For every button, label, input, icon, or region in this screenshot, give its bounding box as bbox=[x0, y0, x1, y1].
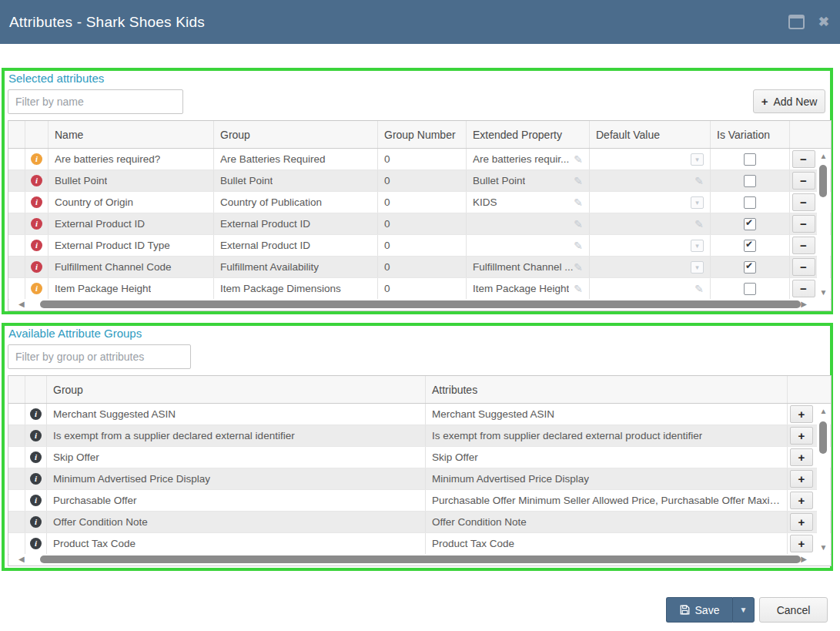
available-group-row[interactable]: iMinimum Advertised Price DisplayMinimum… bbox=[8, 468, 831, 490]
edit-icon[interactable]: ✎ bbox=[574, 175, 583, 187]
scroll-right-arrow[interactable]: ▶ bbox=[801, 555, 807, 564]
plus-icon: + bbox=[761, 95, 768, 108]
is-variation-checkbox[interactable] bbox=[744, 283, 756, 295]
scrollbar-thumb[interactable] bbox=[40, 300, 801, 308]
horizontal-scrollbar[interactable]: ◀ ▶ bbox=[9, 299, 818, 310]
remove-attribute-button[interactable]: − bbox=[792, 172, 815, 190]
remove-attribute-button[interactable]: − bbox=[792, 237, 815, 254]
add-group-button[interactable]: + bbox=[790, 513, 813, 531]
add-group-button[interactable]: + bbox=[790, 535, 813, 552]
info-icon: i bbox=[30, 473, 42, 485]
add-group-button[interactable]: + bbox=[790, 492, 813, 509]
available-group-row[interactable]: iMerchant Suggested ASINMerchant Suggest… bbox=[8, 404, 831, 425]
remove-attribute-button[interactable]: − bbox=[792, 280, 815, 297]
col-header-name: Name bbox=[49, 121, 214, 148]
default-value-cell: ✎ bbox=[590, 170, 711, 191]
remove-attribute-button[interactable]: − bbox=[792, 193, 815, 211]
is-variation-checkbox[interactable] bbox=[744, 218, 756, 230]
group-name: Skip Offer bbox=[53, 451, 99, 463]
add-new-button[interactable]: + Add New bbox=[753, 89, 825, 113]
selected-attribute-row[interactable]: iItem Package HeightItem Package Dimensi… bbox=[8, 278, 831, 300]
save-split-button: Save ▼ bbox=[666, 597, 755, 623]
selected-attribute-row[interactable]: iExternal Product IDExternal Product ID0… bbox=[8, 213, 831, 235]
extended-property: KIDS bbox=[473, 196, 497, 208]
available-group-row[interactable]: iSkip OfferSkip Offer+ bbox=[8, 447, 831, 468]
scroll-right-arrow[interactable]: ▶ bbox=[801, 300, 807, 309]
scrollbar-thumb[interactable] bbox=[819, 421, 827, 454]
remove-attribute-button[interactable]: − bbox=[792, 150, 815, 168]
remove-attribute-button[interactable]: − bbox=[792, 215, 815, 233]
selected-attribute-row[interactable]: iCountry of OriginCountry of Publication… bbox=[8, 192, 831, 213]
available-table-header: Group Attributes bbox=[8, 376, 831, 404]
scroll-left-arrow[interactable]: ◀ bbox=[18, 555, 25, 564]
is-variation-checkbox[interactable] bbox=[744, 196, 756, 209]
close-icon[interactable]: ✖ bbox=[818, 15, 829, 29]
filter-by-group-input[interactable] bbox=[8, 344, 191, 369]
maximize-icon[interactable] bbox=[788, 15, 805, 29]
edit-icon[interactable]: ✎ bbox=[574, 218, 583, 230]
group-attributes: Offer Condition Note bbox=[432, 516, 527, 528]
info-icon: i bbox=[31, 153, 42, 165]
info-icon: i bbox=[31, 261, 42, 273]
group-name: Offer Condition Note bbox=[53, 516, 148, 528]
scroll-down-arrow[interactable]: ▼ bbox=[817, 544, 830, 552]
add-group-button[interactable]: + bbox=[790, 470, 813, 488]
available-group-row[interactable]: iPurchasable OfferPurchasable Offer Mini… bbox=[8, 490, 831, 512]
cancel-button[interactable]: Cancel bbox=[759, 597, 828, 623]
dropdown-icon[interactable]: ▾ bbox=[691, 261, 704, 274]
available-group-row[interactable]: iOffer Condition NoteOffer Condition Not… bbox=[8, 512, 831, 533]
scrollbar-thumb[interactable] bbox=[819, 165, 827, 197]
save-button[interactable]: Save bbox=[666, 597, 732, 623]
edit-icon[interactable]: ✎ bbox=[574, 196, 583, 209]
selected-attribute-row[interactable]: iBullet PointBullet Point0Bullet Point✎✎… bbox=[8, 170, 831, 192]
edit-icon[interactable]: ✎ bbox=[574, 261, 583, 274]
info-icon: i bbox=[31, 196, 42, 208]
selected-attribute-row[interactable]: iFulfillment Channel CodeFulfillment Ava… bbox=[8, 257, 831, 278]
scroll-up-arrow[interactable]: ▲ bbox=[817, 153, 830, 160]
add-group-button[interactable]: + bbox=[790, 405, 813, 423]
edit-icon[interactable]: ✎ bbox=[574, 283, 583, 295]
edit-icon[interactable]: ✎ bbox=[574, 240, 583, 252]
vertical-scrollbar[interactable]: ▲ ▼ bbox=[817, 404, 830, 555]
attribute-name: Item Package Height bbox=[55, 283, 151, 294]
is-variation-checkbox[interactable] bbox=[744, 175, 756, 187]
scrollbar-thumb[interactable] bbox=[40, 555, 801, 563]
selected-attribute-row[interactable]: iExternal Product ID TypeExternal Produc… bbox=[8, 235, 831, 257]
horizontal-scrollbar[interactable]: ◀ ▶ bbox=[9, 554, 818, 565]
edit-icon[interactable]: ✎ bbox=[694, 175, 704, 187]
group-name: Is exempt from a supplier declared exter… bbox=[53, 430, 295, 441]
dropdown-icon[interactable]: ▾ bbox=[691, 196, 704, 209]
scroll-left-arrow[interactable]: ◀ bbox=[18, 300, 25, 309]
selected-attributes-label: Selected attributes bbox=[8, 72, 104, 85]
edit-icon[interactable]: ✎ bbox=[694, 283, 704, 295]
dropdown-icon[interactable]: ▾ bbox=[691, 240, 704, 252]
default-value-cell: ▾ bbox=[590, 192, 711, 213]
attribute-group: External Product ID bbox=[220, 218, 310, 230]
vertical-scrollbar[interactable]: ▲ ▼ bbox=[817, 149, 830, 300]
col-header-group: Group bbox=[214, 121, 378, 148]
available-group-row[interactable]: iIs exempt from a supplier declared exte… bbox=[8, 425, 831, 447]
dropdown-icon[interactable]: ▾ bbox=[691, 153, 704, 166]
selected-attribute-row[interactable]: iAre batteries required?Are Batteries Re… bbox=[8, 149, 831, 170]
info-icon: i bbox=[30, 495, 42, 506]
scroll-down-arrow[interactable]: ▼ bbox=[817, 289, 830, 297]
group-name: Merchant Suggested ASIN bbox=[53, 408, 176, 420]
available-group-row[interactable]: iProduct Tax CodeProduct Tax Code+ bbox=[8, 533, 831, 555]
edit-icon[interactable]: ✎ bbox=[694, 218, 704, 230]
scroll-up-arrow[interactable]: ▲ bbox=[817, 408, 830, 415]
is-variation-checkbox[interactable] bbox=[744, 153, 756, 166]
is-variation-checkbox[interactable] bbox=[744, 261, 756, 274]
group-number: 0 bbox=[384, 261, 390, 273]
save-options-caret[interactable]: ▼ bbox=[732, 597, 755, 623]
group-number: 0 bbox=[384, 196, 390, 208]
add-group-button[interactable]: + bbox=[790, 427, 813, 445]
attribute-name: External Product ID bbox=[55, 218, 145, 230]
info-icon: i bbox=[30, 538, 42, 549]
col-header-default-value: Default Value bbox=[590, 121, 711, 148]
add-group-button[interactable]: + bbox=[790, 448, 813, 466]
filter-by-name-input[interactable] bbox=[8, 89, 183, 114]
edit-icon[interactable]: ✎ bbox=[574, 153, 583, 166]
remove-attribute-button[interactable]: − bbox=[792, 258, 815, 276]
is-variation-checkbox[interactable] bbox=[744, 240, 756, 252]
extended-property: Bullet Point bbox=[473, 175, 525, 186]
